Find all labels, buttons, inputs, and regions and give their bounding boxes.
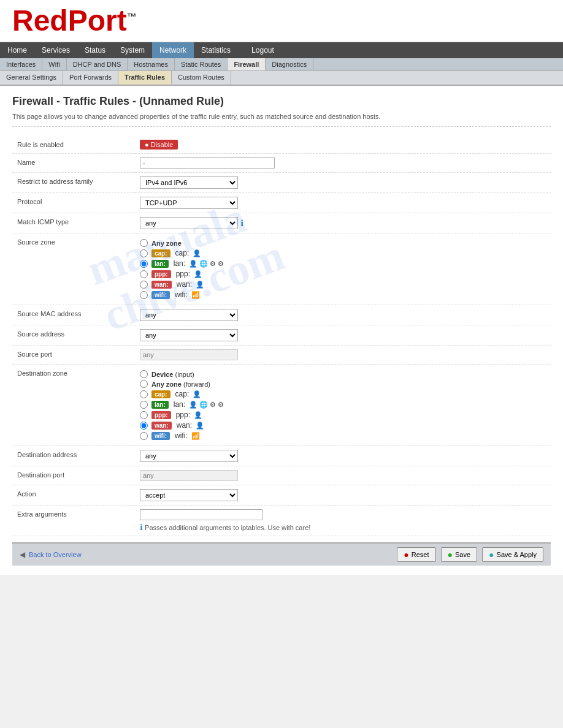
subnav-firewall[interactable]: Firewall <box>228 58 266 70</box>
row-rule-enabled: Rule is enabled Disable <box>12 136 551 154</box>
dest-zone-wan: wan: wan: 👤 <box>140 421 546 430</box>
save-button[interactable]: ● Save <box>441 547 478 562</box>
subnav-dhcp-dns[interactable]: DHCP and DNS <box>67 58 128 70</box>
dest-cap-label: cap: <box>175 390 190 398</box>
dest-zone-wan-radio[interactable] <box>140 422 148 430</box>
header: RedPort™ <box>0 0 563 42</box>
nav-status[interactable]: Status <box>77 42 113 58</box>
source-address-select[interactable]: any <box>140 329 238 341</box>
dest-cap-icon: 👤 <box>193 390 201 398</box>
content-area: Firewall - Traffic Rules - (Unnamed Rule… <box>0 86 563 575</box>
source-ppp-icon: 👤 <box>194 270 202 278</box>
dest-zone-ppp: ppp: ppp: 👤 <box>140 411 546 419</box>
subnav-interfaces[interactable]: Interfaces <box>0 58 42 70</box>
source-wan-icon: 👤 <box>196 281 204 289</box>
restrict-select[interactable]: IPv4 and IPv6 IPv4 only IPv6 only <box>140 176 238 189</box>
disable-button[interactable]: Disable <box>140 140 178 150</box>
cap-badge: cap: <box>151 249 170 257</box>
subnav2-general-settings[interactable]: General Settings <box>0 71 63 85</box>
dest-zone-wifi-radio[interactable] <box>140 432 148 440</box>
footer-right: ● Reset ● Save ● Save & Apply <box>397 547 543 562</box>
label-restrict: Restrict to address family <box>12 173 135 193</box>
dest-lan-label: lan: <box>174 400 185 409</box>
source-port-input[interactable] <box>140 349 238 360</box>
subnav-static-routes[interactable]: Static Routes <box>175 58 228 70</box>
icmp-select[interactable]: any <box>140 217 238 229</box>
dest-zone-lan-radio[interactable] <box>140 401 148 409</box>
source-ppp-label: ppp: <box>176 270 190 278</box>
source-zone-any-label: Any zone <box>151 240 182 247</box>
dest-ppp-icon: 👤 <box>194 411 202 419</box>
row-source-zone: Source zone Any zone cap: cap: 👤 lan <box>12 233 551 305</box>
nav-logout[interactable]: Logout <box>244 42 282 58</box>
label-source-mac: Source MAC address <box>12 305 135 325</box>
dest-zone-any-radio[interactable] <box>140 380 148 388</box>
dest-address-select[interactable]: any <box>140 450 238 462</box>
row-restrict: Restrict to address family IPv4 and IPv6… <box>12 173 551 193</box>
label-name: Name <box>12 154 135 173</box>
dest-cap-badge: cap: <box>151 390 170 398</box>
action-select[interactable]: accept drop reject mark notrack <box>140 489 238 501</box>
page-description: This page allows you to change advanced … <box>12 113 551 127</box>
dest-wifi-label: wifi: <box>175 431 188 440</box>
row-action: Action accept drop reject mark notrack <box>12 485 551 506</box>
label-icmp: Match ICMP type <box>12 213 135 233</box>
subnav-wifi[interactable]: Wifi <box>42 58 66 70</box>
save-icon: ● <box>448 550 453 559</box>
ppp-badge: ppp: <box>151 270 171 278</box>
wifi-badge: wifi: <box>151 291 170 299</box>
back-arrow-icon: ◀ <box>20 550 25 559</box>
source-mac-select[interactable]: any <box>140 309 238 321</box>
extra-args-note: ℹ Passes additional arguments to iptable… <box>140 523 546 532</box>
dest-zone-cap-radio[interactable] <box>140 390 148 398</box>
main-nav: Home Services Status System Network Stat… <box>0 42 563 58</box>
dest-port-input[interactable] <box>140 470 238 481</box>
save-apply-button[interactable]: ● Save & Apply <box>482 547 543 562</box>
row-dest-zone: Destination zone Device (input) Any zone… <box>12 365 551 446</box>
dest-ppp-label: ppp: <box>176 411 190 419</box>
row-dest-address: Destination address any <box>12 446 551 466</box>
dest-wan-label: wan: <box>177 421 192 430</box>
logo-trademark: ™ <box>127 12 137 22</box>
nav-home[interactable]: Home <box>0 42 34 58</box>
source-zone-lan-radio[interactable] <box>140 260 148 268</box>
dest-lan-badge: lan: <box>151 401 169 409</box>
page-title: Firewall - Traffic Rules - (Unnamed Rule… <box>12 95 551 108</box>
source-zone-any-radio[interactable] <box>140 239 148 247</box>
protocol-select[interactable]: TCP+UDP TCP UDP ICMP Custom any <box>140 197 238 209</box>
source-lan-label: lan: <box>174 259 185 268</box>
source-wifi-label: wifi: <box>175 290 188 299</box>
row-name: Name <box>12 154 551 173</box>
source-zone-wifi-radio[interactable] <box>140 291 148 299</box>
name-input[interactable] <box>140 157 275 169</box>
nav-services[interactable]: Services <box>34 42 77 58</box>
dest-zone-device-label: Device (input) <box>151 371 194 378</box>
save-apply-icon: ● <box>489 550 494 559</box>
logo: RedPort™ <box>12 6 137 36</box>
subnav2-traffic-rules[interactable]: Traffic Rules <box>118 71 172 85</box>
dest-zone-any: Any zone (forward) <box>140 380 546 388</box>
source-zone-wan-radio[interactable] <box>140 281 148 289</box>
source-zone-ppp-radio[interactable] <box>140 270 148 278</box>
reset-button[interactable]: ● Reset <box>397 547 435 562</box>
row-protocol: Protocol TCP+UDP TCP UDP ICMP Custom any <box>12 193 551 213</box>
subnav2-custom-routes[interactable]: Custom Routes <box>172 71 231 85</box>
subnav-hostnames[interactable]: Hostnames <box>128 58 175 70</box>
dest-zone-device-radio[interactable] <box>140 370 148 378</box>
source-zone-cap-radio[interactable] <box>140 249 148 257</box>
label-source-zone: Source zone <box>12 233 135 305</box>
nav-system[interactable]: System <box>113 42 152 58</box>
nav-statistics[interactable]: Statistics <box>194 42 238 58</box>
back-to-overview-link[interactable]: Back to Overview <box>29 551 82 558</box>
label-dest-port: Destination port <box>12 466 135 485</box>
subnav-diagnostics[interactable]: Diagnostics <box>266 58 313 70</box>
icmp-help-icon[interactable]: ℹ <box>240 218 243 228</box>
subnav2-port-forwards[interactable]: Port Forwards <box>63 71 118 85</box>
extra-args-input[interactable] <box>140 509 262 520</box>
dest-zone-ppp-radio[interactable] <box>140 411 148 419</box>
nav-network[interactable]: Network <box>152 42 194 58</box>
reset-icon: ● <box>404 550 408 559</box>
dest-zone-cap: cap: cap: 👤 <box>140 390 546 398</box>
source-wan-label: wan: <box>177 280 192 289</box>
dest-wan-badge: wan: <box>151 422 172 430</box>
